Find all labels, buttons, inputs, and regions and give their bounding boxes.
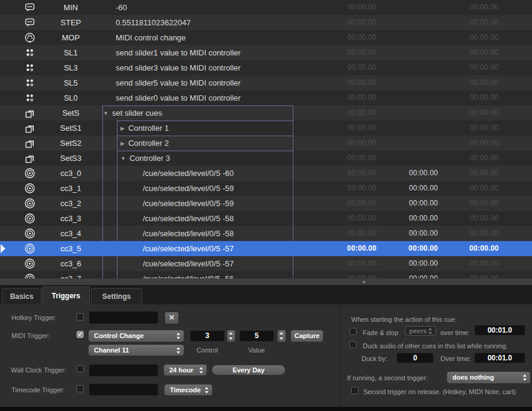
target-cue-icon <box>20 256 39 271</box>
splitter-handle[interactable] <box>363 281 365 283</box>
midi-channel-dropdown[interactable]: Channel 11 <box>89 345 184 356</box>
midi-control-field[interactable]: 3 <box>190 330 225 342</box>
cue-time-t3: 00:00.00 <box>451 121 499 136</box>
cue-name: /cue/selected/level/0/5 -57 <box>143 241 234 256</box>
cue-time-t2: 00:00.00 <box>390 166 438 181</box>
cue-name: send slider3 value to MIDI controller <box>116 60 240 75</box>
cue-row-cc3_4[interactable]: cc3_4/cue/selected/level/0/5 -5800:00.00… <box>0 226 532 241</box>
hotkey-clear-button[interactable]: ✕ <box>165 312 178 324</box>
cue-row-SL1[interactable]: SL1send slider1 value to MIDI controller… <box>0 45 532 60</box>
cue-row-SetS3[interactable]: SetS3▼Controller 300:00.0000:00.00 <box>0 151 532 166</box>
every-day-button[interactable]: Every Day <box>212 365 285 375</box>
cue-time-t3: 00:00.00 <box>451 45 499 60</box>
cue-number: cc3_1 <box>45 181 96 196</box>
hotkey-trigger-checkbox[interactable] <box>77 313 84 321</box>
cue-name: ▼Controller 3 <box>120 151 170 166</box>
timecode-checkbox[interactable] <box>77 385 84 392</box>
duck-by-label: Duck by: <box>361 355 387 362</box>
cue-row-SetS[interactable]: SetS▼set slider cues00:00.0000:00.00 <box>0 105 532 121</box>
midi-trigger-checkbox[interactable] <box>77 331 84 338</box>
cue-name: 0.5511811023622047 <box>116 15 191 30</box>
fade-target-dropdown[interactable]: peers <box>405 326 436 336</box>
cue-number: SetS <box>45 105 96 121</box>
network-cue-icon <box>20 90 39 105</box>
cue-row-cc3_1[interactable]: cc3_1/cue/selected/level/0/5 -5900:00.00… <box>0 181 532 196</box>
cue-time-t3: 00:00.00 <box>451 226 499 241</box>
cue-number: cc3_6 <box>45 256 96 271</box>
disclosure-closed-icon[interactable]: ▶ <box>120 125 125 131</box>
release-trigger-checkbox[interactable] <box>351 387 358 394</box>
cue-time-t3: 00:00.00 <box>451 30 499 45</box>
cue-time-t1: 00:00.00 <box>328 75 377 90</box>
hotkey-trigger-label: Hotkey Trigger: <box>11 314 57 321</box>
cue-row-cc3_3[interactable]: cc3_3/cue/selected/level/0/5 -5800:00.00… <box>0 211 532 226</box>
wall-clock-input[interactable] <box>89 364 158 377</box>
cue-time-t3: 00:00.00 <box>451 196 499 211</box>
duck-audio-checkbox[interactable] <box>349 341 357 348</box>
tab-basics[interactable]: Basics <box>2 288 42 304</box>
midi-type-value: Control Change <box>94 332 144 339</box>
chevron-updown-icon <box>199 367 204 374</box>
cue-number: cc3_7 <box>45 271 96 278</box>
cue-row-cc3_2[interactable]: cc3_2/cue/selected/level/0/5 -5900:00.00… <box>0 196 532 211</box>
midi-capture-button[interactable]: Capture <box>291 330 323 342</box>
timecode-format-dropdown[interactable]: Timecode <box>164 384 212 395</box>
cue-row-MOP[interactable]: MOPMIDI control change00:00.0000:00.00 <box>0 30 532 45</box>
cue-row-STEP[interactable]: STEP0.551181102362204700:00.0000:00.00 <box>0 15 532 30</box>
panel-splitter[interactable] <box>0 278 532 285</box>
target-cue-icon <box>20 196 39 211</box>
cue-name: /cue/selected/level/0/5 -56 <box>143 271 234 278</box>
clock-format-dropdown[interactable]: 24 hour <box>164 365 207 375</box>
cue-time-t2: 00:00.00 <box>390 211 438 226</box>
disclosure-closed-icon[interactable]: ▶ <box>120 140 125 146</box>
cue-row-SetS1[interactable]: SetS1▶Controller 100:00.0000:00.00 <box>0 121 532 136</box>
cue-time-t1: 00:00.00 <box>328 136 377 151</box>
cue-row-SL0[interactable]: SL0send slider0 value to MIDI controller… <box>0 90 532 105</box>
tab-triggers[interactable]: Triggers <box>42 286 90 304</box>
cue-name: ▼set slider cues <box>103 105 162 121</box>
script-cue-icon <box>20 0 39 15</box>
midi-control-caption: Control <box>190 347 225 354</box>
cue-number: cc3_2 <box>45 196 96 211</box>
timecode-input[interactable] <box>89 383 158 396</box>
chevron-updown-icon <box>428 328 433 334</box>
network-cue-icon <box>20 75 39 90</box>
hotkey-input[interactable] <box>89 311 158 324</box>
cue-row-SetS2[interactable]: SetS2▶Controller 200:00.0000:00.00 <box>0 136 532 151</box>
playhead-arrow-icon <box>1 244 5 253</box>
target-cue-icon <box>20 241 39 256</box>
cue-time-t1: 00:00.00 <box>328 30 377 45</box>
cue-time-t3: 00:00.00 <box>451 271 499 278</box>
cue-list: MIN-6000:00.0000:00.00STEP0.551181102362… <box>0 0 532 278</box>
wall-clock-checkbox[interactable] <box>77 365 84 372</box>
cue-time-t3: 00:00.00 <box>451 105 499 121</box>
tab-settings[interactable]: Settings <box>91 288 142 304</box>
cue-row-cc3_7[interactable]: cc3_7/cue/selected/level/0/5 -5600:00.00… <box>0 271 532 278</box>
cue-time-t1: 00:00.00 <box>328 211 377 226</box>
fade-over-time-field[interactable]: 00:01.0 <box>474 325 525 336</box>
midi-value-field[interactable]: 5 <box>239 330 274 342</box>
midi-control-stepper[interactable] <box>227 330 235 342</box>
cue-row-cc3_0[interactable]: cc3_0/cue/selected/level/0/5 -6000:00.00… <box>0 166 532 181</box>
cue-number: cc3_5 <box>45 241 96 256</box>
cue-row-cc3_6[interactable]: cc3_6/cue/selected/level/0/5 -5700:00.00… <box>0 256 532 271</box>
cue-row-MIN[interactable]: MIN-6000:00.0000:00.00 <box>0 0 532 15</box>
chevron-updown-icon <box>205 387 209 394</box>
disclosure-open-icon[interactable]: ▼ <box>120 155 126 162</box>
cue-time-t2: 00:00.00 <box>390 181 438 196</box>
duck-over-time-field[interactable]: 00:01.0 <box>474 353 525 363</box>
cue-number: cc3_0 <box>45 166 96 181</box>
cue-time-t1: 00:00.00 <box>328 121 377 136</box>
cue-number: SetS2 <box>45 136 96 151</box>
fade-stop-checkbox[interactable] <box>349 328 357 335</box>
midi-value-stepper[interactable] <box>278 330 286 342</box>
cue-row-SL5[interactable]: SL5send slider5 value to MIDI controller… <box>0 75 532 90</box>
disclosure-open-icon[interactable]: ▼ <box>103 110 108 116</box>
duck-by-field[interactable]: 0 <box>396 353 434 363</box>
midi-type-dropdown[interactable]: Control Change <box>89 330 184 342</box>
second-trigger-dropdown[interactable]: does nothing <box>447 372 530 383</box>
cue-row-cc3_5[interactable]: cc3_5/cue/selected/level/0/5 -5700:00.00… <box>0 241 532 256</box>
cue-time-t3: 00:00.00 <box>451 15 499 30</box>
cue-time-t2: 00:00.00 <box>390 196 438 211</box>
cue-row-SL3[interactable]: SL3send slider3 value to MIDI controller… <box>0 60 532 75</box>
